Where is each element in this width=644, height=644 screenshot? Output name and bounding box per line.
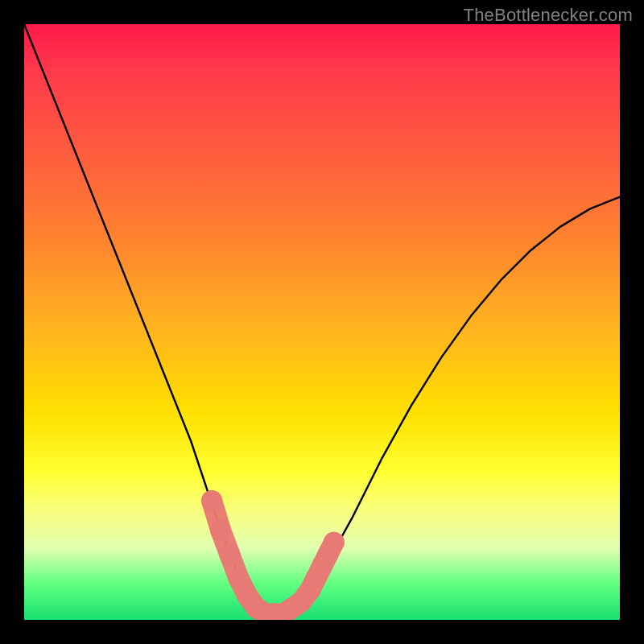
highlight-dot	[201, 490, 222, 511]
highlight-dot	[324, 532, 345, 553]
curve-path	[24, 24, 620, 614]
attribution-label: TheBottlenecker.com	[464, 5, 633, 26]
curve-line	[24, 24, 620, 614]
highlight-dots	[201, 490, 345, 620]
chart-frame: TheBottlenecker.com	[0, 0, 644, 644]
highlight-dot	[210, 520, 231, 541]
chart-curve-layer	[24, 24, 620, 620]
highlight-dot	[219, 544, 240, 565]
highlight-dot	[228, 568, 249, 588]
